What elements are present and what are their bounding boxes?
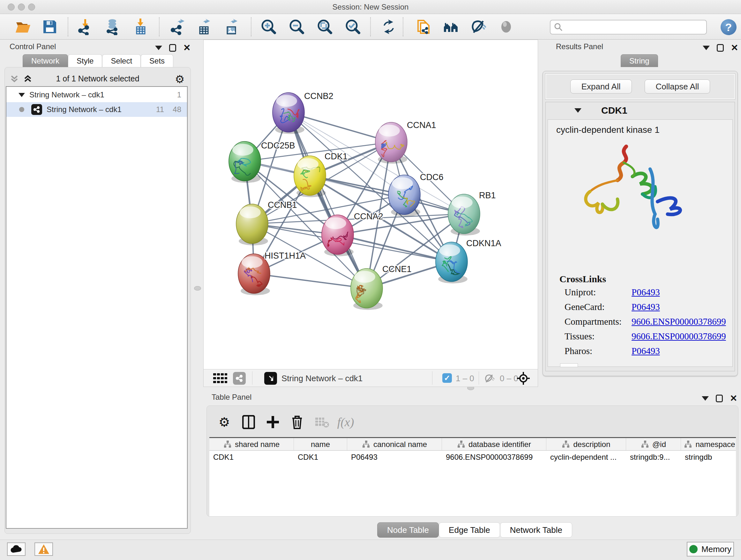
import-database-icon[interactable] [104, 18, 122, 36]
tab-string[interactable]: String [621, 54, 658, 67]
delete-table-icon[interactable] [313, 414, 331, 431]
tab-node-table[interactable]: Node Table [377, 522, 439, 538]
panel-collapse-icon[interactable] [155, 46, 162, 50]
panel-collapse-icon[interactable] [702, 396, 709, 401]
column-header-name[interactable]: name [294, 438, 347, 451]
delete-column-icon[interactable] [288, 414, 306, 431]
grid-view-icon[interactable] [213, 373, 227, 383]
edge-CCNB2-CCNE1[interactable] [288, 112, 367, 288]
column-header-shared-name[interactable]: shared name [209, 438, 294, 451]
edge-CCNA2-CDKN1A[interactable] [338, 235, 452, 262]
zoom-out-icon[interactable] [288, 18, 306, 36]
automation-cloud-button[interactable] [7, 543, 25, 556]
hide-selected-icon[interactable] [470, 18, 488, 36]
table-cell[interactable]: stringdb [685, 453, 736, 462]
crosslink-link[interactable]: P06493 [631, 287, 660, 298]
crosshair-icon[interactable] [516, 371, 530, 385]
panel-close-icon[interactable]: ✕ [730, 394, 737, 403]
column-sort-icon[interactable] [684, 440, 692, 449]
expand-all-button[interactable]: Expand All [570, 79, 632, 94]
node-CCNB2[interactable]: CCNB2 [273, 91, 333, 134]
warnings-button[interactable] [35, 543, 53, 556]
first-neighbors-icon[interactable] [442, 18, 460, 36]
help-icon[interactable]: ? [721, 19, 737, 35]
panel-collapse-icon[interactable] [703, 46, 710, 50]
refresh-icon[interactable] [380, 18, 398, 36]
tab-edge-table[interactable]: Edge Table [439, 522, 500, 538]
clone-network-icon[interactable] [415, 18, 433, 36]
node-HIST1H1A[interactable]: HIST1H1A [238, 251, 306, 295]
results-scrollbar[interactable] [560, 363, 578, 367]
open-file-icon[interactable] [14, 18, 32, 36]
zoom-selected-icon[interactable] [344, 18, 362, 36]
import-table-icon[interactable] [131, 18, 149, 36]
node-CDK1[interactable]: CDK1 [294, 152, 347, 197]
add-column-icon[interactable] [264, 414, 281, 431]
export-image-icon[interactable] [223, 18, 241, 36]
node-table[interactable]: shared namenamecanonical namedatabase id… [209, 437, 736, 516]
column-header-@id[interactable]: @id [626, 438, 681, 451]
gear-icon[interactable]: ⚙ [175, 73, 185, 85]
zoom-fit-icon[interactable] [316, 18, 334, 36]
column-header-database-identifier[interactable]: database identifier [442, 438, 546, 451]
crosslink-link[interactable]: 9606.ENSP00000378699 [631, 316, 726, 327]
node-CDC25B[interactable]: CDC25B [229, 141, 295, 183]
panel-float-icon[interactable] [169, 44, 176, 52]
table-cell[interactable]: CDK1 [213, 453, 293, 462]
table-cell[interactable]: cyclin-dependent ... [550, 453, 625, 462]
table-settings-gear-icon[interactable]: ⚙ [216, 414, 233, 431]
export-network-icon[interactable] [169, 18, 187, 36]
tab-select[interactable]: Select [102, 54, 141, 67]
zoom-in-icon[interactable] [260, 18, 278, 36]
export-table-icon[interactable] [195, 18, 213, 36]
column-header-canonical-name[interactable]: canonical name [347, 438, 442, 451]
import-network-icon[interactable] [77, 18, 94, 36]
node-CCNA2[interactable]: CCNA2 [322, 212, 383, 256]
column-header-description[interactable]: description [546, 438, 626, 451]
tab-sets[interactable]: Sets [141, 54, 173, 67]
collapse-all-button[interactable]: Collapse All [645, 79, 711, 94]
node-CDKN1A[interactable]: CDKN1A [435, 239, 501, 284]
panel-float-icon[interactable] [717, 44, 724, 52]
section-collapse-icon[interactable] [575, 108, 582, 113]
column-sort-icon[interactable] [562, 440, 570, 449]
save-session-icon[interactable] [41, 18, 59, 36]
column-sort-icon[interactable] [457, 440, 465, 449]
search-input[interactable] [550, 20, 707, 35]
table-cell[interactable]: 9606.ENSP00000378699 [446, 453, 545, 462]
network-graph[interactable]: CCNB2CCNA1CDC25BCDK1CDC6RB1CCNB1CCNA2CDK… [204, 40, 538, 369]
column-sort-icon[interactable] [641, 440, 649, 449]
tab-network-table[interactable]: Network Table [500, 522, 572, 538]
column-sort-icon[interactable] [223, 440, 232, 449]
table-cell[interactable]: P06493 [351, 453, 441, 462]
crosslink-link[interactable]: P06493 [631, 346, 660, 356]
column-header-namespace[interactable]: namespace [681, 438, 736, 451]
selected-checkbox-icon[interactable]: ✓ [442, 373, 452, 383]
birdseye-view-icon[interactable] [264, 372, 277, 385]
tree-expand-icon[interactable] [18, 93, 25, 97]
show-columns-icon[interactable] [240, 414, 257, 431]
vertical-splitter-handle[interactable] [194, 286, 201, 291]
show-all-icon[interactable] [497, 18, 515, 36]
crosslink-link[interactable]: 9606.ENSP00000378699 [631, 331, 726, 341]
table-cell[interactable]: stringdb:9... [630, 453, 680, 462]
tab-style[interactable]: Style [68, 54, 102, 67]
network-share-icon[interactable] [233, 372, 246, 385]
node-CCNB1[interactable]: CCNB1 [236, 200, 297, 246]
memory-button[interactable]: Memory [687, 542, 734, 557]
node-RB1[interactable]: RB1 [448, 191, 496, 236]
tab-network[interactable]: Network [23, 54, 68, 67]
network-row[interactable]: String Network – cdk1 11 48 [6, 102, 187, 117]
node-CCNE1[interactable]: CCNE1 [351, 264, 412, 310]
function-builder-icon[interactable]: f(x) [337, 414, 354, 431]
panel-close-icon[interactable]: ✕ [731, 44, 738, 52]
panel-close-icon[interactable]: ✕ [183, 44, 191, 52]
panel-float-icon[interactable] [716, 395, 723, 402]
column-sort-icon[interactable] [362, 440, 370, 449]
crosslink-link[interactable]: P06493 [631, 302, 660, 312]
table-cell[interactable]: CDK1 [298, 453, 346, 462]
network-view[interactable]: CCNB2CCNA1CDC25BCDK1CDC6RB1CCNB1CCNA2CDK… [203, 40, 538, 387]
node-CCNA1[interactable]: CCNA1 [375, 120, 436, 164]
node-result-header[interactable]: CDK1 [546, 102, 735, 119]
edge-HIST1H1A-CCNE1[interactable] [254, 273, 367, 288]
